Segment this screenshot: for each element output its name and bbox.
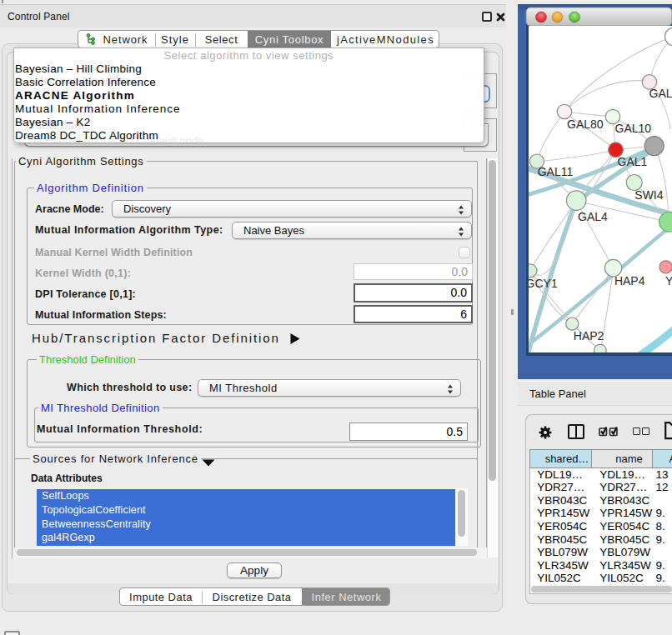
svg-text:SWI4: SWI4 [634,188,663,202]
svg-text:GAL: GAL [649,87,672,100]
svg-text:GAL10: GAL10 [615,122,652,135]
svg-text:GAL4: GAL4 [578,210,608,223]
svg-text:Y: Y [665,274,672,288]
svg-text:GCY1: GCY1 [526,277,558,290]
svg-text:GAL1: GAL1 [618,155,648,168]
svg-text:HAP4: HAP4 [614,274,645,288]
svg-text:GAL11: GAL11 [538,165,574,178]
svg-text:GAL80: GAL80 [567,118,604,131]
svg-text:HAP2: HAP2 [574,329,604,342]
